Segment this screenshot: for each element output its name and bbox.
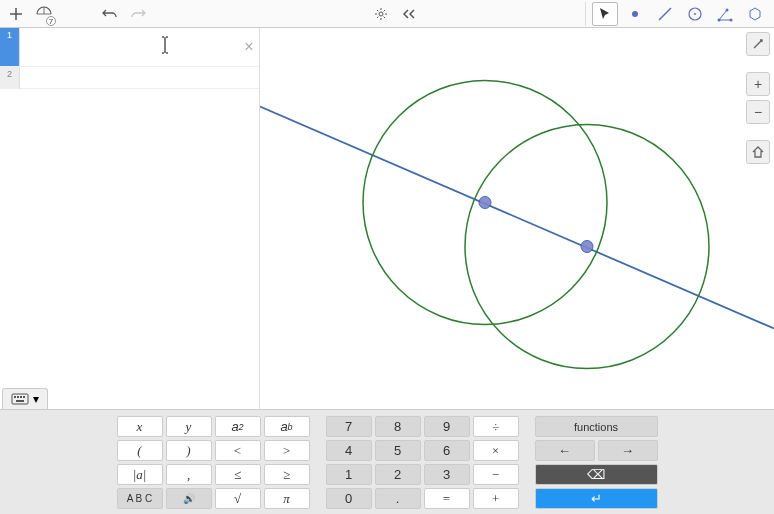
point-1[interactable] bbox=[479, 197, 491, 209]
graphics-canvas[interactable] bbox=[260, 28, 774, 409]
row-number: 1 bbox=[0, 28, 20, 66]
gear-icon[interactable] bbox=[371, 4, 391, 24]
key-mul[interactable]: × bbox=[473, 440, 519, 461]
key-enter[interactable]: ↵ bbox=[535, 488, 658, 509]
svg-rect-9 bbox=[14, 396, 16, 398]
key-left[interactable]: ← bbox=[535, 440, 595, 461]
key-0[interactable]: 0 bbox=[326, 488, 372, 509]
key-right[interactable]: → bbox=[598, 440, 658, 461]
key-pow[interactable]: ab bbox=[264, 416, 310, 437]
key-add[interactable]: + bbox=[473, 488, 519, 509]
undo-icon[interactable] bbox=[100, 4, 120, 24]
key-eq[interactable]: = bbox=[424, 488, 470, 509]
svg-rect-11 bbox=[20, 396, 22, 398]
redo-icon[interactable] bbox=[128, 4, 148, 24]
geometry-tools bbox=[585, 2, 768, 26]
key-2[interactable]: 2 bbox=[375, 464, 421, 485]
key-rparen[interactable]: ) bbox=[166, 440, 212, 461]
main-area: 1 × 2 bbox=[0, 28, 774, 409]
svg-point-6 bbox=[726, 8, 729, 11]
settings-button[interactable] bbox=[746, 32, 770, 56]
algebra-panel: 1 × 2 bbox=[0, 28, 260, 409]
key-comma[interactable]: , bbox=[166, 464, 212, 485]
key-lt[interactable]: < bbox=[215, 440, 261, 461]
key-pi[interactable]: π bbox=[264, 488, 310, 509]
line-tool[interactable] bbox=[652, 2, 678, 26]
line-object[interactable] bbox=[260, 107, 774, 329]
key-3[interactable]: 3 bbox=[424, 464, 470, 485]
add-icon[interactable] bbox=[6, 4, 26, 24]
row-number: 2 bbox=[0, 67, 20, 89]
key-sub[interactable]: − bbox=[473, 464, 519, 485]
key-ge[interactable]: ≥ bbox=[264, 464, 310, 485]
algebra-row-2[interactable]: 2 bbox=[0, 67, 259, 89]
key-le[interactable]: ≤ bbox=[215, 464, 261, 485]
key-sqrt[interactable]: √ bbox=[215, 488, 261, 509]
key-sq[interactable]: a2 bbox=[215, 416, 261, 437]
key-group-symbols: x y a2 ab ( ) < > |a| , ≤ ≥ A B C 🔊 √ π bbox=[117, 416, 310, 508]
chevron-down-icon: ▾ bbox=[33, 392, 39, 406]
home-button[interactable] bbox=[746, 140, 770, 164]
key-6[interactable]: 6 bbox=[424, 440, 470, 461]
move-tool[interactable] bbox=[592, 2, 618, 26]
svg-rect-13 bbox=[16, 400, 24, 402]
key-lparen[interactable]: ( bbox=[117, 440, 163, 461]
geometry-svg bbox=[260, 28, 774, 409]
key-abs[interactable]: |a| bbox=[117, 464, 163, 485]
point-tool[interactable] bbox=[622, 2, 648, 26]
key-9[interactable]: 9 bbox=[424, 416, 470, 437]
key-backspace[interactable]: ⌫ bbox=[535, 464, 658, 485]
key-7[interactable]: 7 bbox=[326, 416, 372, 437]
point-2[interactable] bbox=[581, 241, 593, 253]
key-gt[interactable]: > bbox=[264, 440, 310, 461]
top-toolbar: 7 bbox=[0, 0, 774, 28]
key-1[interactable]: 1 bbox=[326, 464, 372, 485]
svg-point-7 bbox=[730, 18, 733, 21]
key-4[interactable]: 4 bbox=[326, 440, 372, 461]
expression-input-1[interactable] bbox=[20, 28, 239, 66]
keyboard-icon bbox=[11, 393, 29, 405]
svg-rect-12 bbox=[23, 396, 25, 398]
angle-tool[interactable] bbox=[712, 2, 738, 26]
svg-point-5 bbox=[718, 18, 721, 21]
key-div[interactable]: ÷ bbox=[473, 416, 519, 437]
svg-point-4 bbox=[694, 13, 696, 15]
globe-icon[interactable]: 7 bbox=[34, 4, 54, 24]
side-controls: + − bbox=[746, 32, 770, 164]
key-x[interactable]: x bbox=[117, 416, 163, 437]
key-abc[interactable]: A B C bbox=[117, 488, 163, 509]
svg-point-1 bbox=[632, 11, 638, 17]
circle-tool[interactable] bbox=[682, 2, 708, 26]
keyboard-toggle[interactable]: ▾ bbox=[2, 388, 48, 409]
svg-rect-8 bbox=[12, 394, 28, 404]
key-group-actions: functions ← → ⌫ ↵ bbox=[535, 416, 658, 508]
algebra-row-1[interactable]: 1 × bbox=[0, 28, 259, 67]
key-sound[interactable]: 🔊 bbox=[166, 488, 212, 509]
key-5[interactable]: 5 bbox=[375, 440, 421, 461]
key-dot[interactable]: . bbox=[375, 488, 421, 509]
polygon-tool[interactable] bbox=[742, 2, 768, 26]
zoom-out-button[interactable]: − bbox=[746, 100, 770, 124]
key-group-numpad: 7 8 9 ÷ 4 5 6 × 1 2 3 − 0 . = + bbox=[326, 416, 519, 508]
svg-rect-10 bbox=[17, 396, 19, 398]
svg-point-0 bbox=[379, 12, 383, 16]
svg-line-2 bbox=[659, 8, 671, 20]
collapse-icon[interactable] bbox=[399, 4, 419, 24]
key-8[interactable]: 8 bbox=[375, 416, 421, 437]
virtual-keyboard: x y a2 ab ( ) < > |a| , ≤ ≥ A B C 🔊 √ π … bbox=[0, 409, 774, 514]
key-functions[interactable]: functions bbox=[535, 416, 658, 437]
zoom-in-button[interactable]: + bbox=[746, 72, 770, 96]
close-icon[interactable]: × bbox=[239, 38, 259, 56]
key-y[interactable]: y bbox=[166, 416, 212, 437]
